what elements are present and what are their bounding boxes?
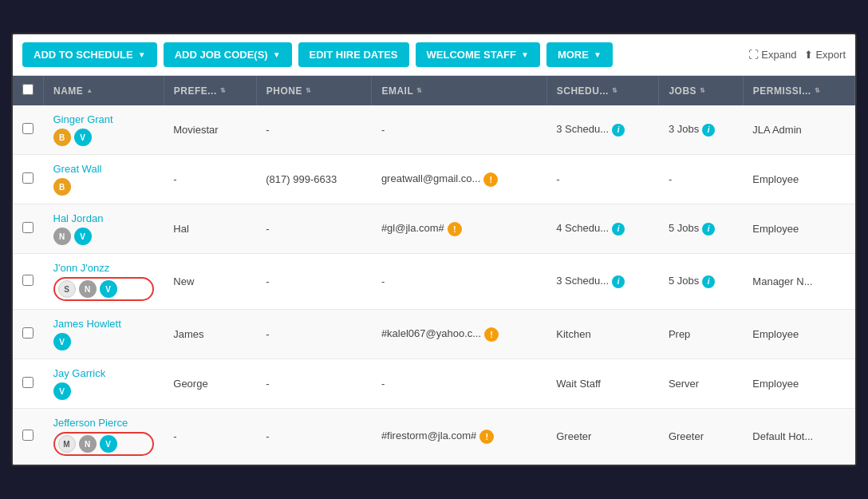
badge-v: V [53, 333, 71, 350]
select-all-checkbox[interactable] [22, 84, 34, 95]
table-row: J'onn J'onzzSNVNew--3 Schedu...i5 JobsiM… [13, 254, 855, 310]
row-checkbox[interactable] [22, 327, 34, 339]
badge-s: S [58, 280, 76, 298]
expand-button[interactable]: ⛶ Expand [748, 49, 796, 61]
row-checkbox-cell [13, 310, 44, 359]
badge-row: BV [53, 129, 155, 146]
export-icon: ⬆ [804, 49, 813, 61]
row-jobs-cell: 3 Jobsi [659, 105, 743, 155]
add-job-codes-chevron-icon: ▼ [273, 50, 281, 59]
badge-v: V [53, 382, 71, 400]
row-permission: JLA Admin [743, 105, 854, 155]
export-button[interactable]: ⬆ Export [804, 49, 846, 61]
badge-n: N [79, 435, 97, 453]
col-header-email[interactable]: EMAIL ⇅ [372, 76, 546, 105]
main-container: ADD TO SCHEDULE ▼ ADD JOB CODE(S) ▼ EDIT… [11, 33, 857, 466]
add-job-codes-button[interactable]: ADD JOB CODE(S) ▼ [164, 42, 292, 67]
jobs-sort-icon[interactable]: ⇅ [700, 88, 706, 94]
row-jobs-cell: 5 Jobsi [659, 254, 743, 310]
row-checkbox-cell [13, 105, 44, 155]
row-email-cell: - [372, 359, 546, 409]
more-button[interactable]: MORE ▼ [546, 42, 613, 67]
email-warning-icon[interactable]: ! [448, 222, 462, 236]
add-to-schedule-button[interactable]: ADD TO SCHEDULE ▼ [22, 42, 157, 67]
email-sort-icon[interactable]: ⇅ [416, 88, 423, 94]
badge-row-highlighted: MNV [53, 432, 155, 456]
row-preferred: Moviestar [164, 105, 256, 155]
more-chevron-icon: ▼ [594, 50, 602, 59]
col-header-schedule[interactable]: SCHEDU... ⇅ [546, 76, 659, 105]
staff-name-link[interactable]: James Howlett [53, 318, 155, 330]
edit-hire-dates-button[interactable]: EDIT HIRE DATES [298, 42, 409, 67]
badge-m: M [58, 435, 76, 453]
schedule-info-icon[interactable]: i [612, 124, 625, 137]
badge-row: V [53, 382, 155, 400]
row-schedule-cell: 4 Schedu...i [546, 204, 659, 254]
row-name-cell: James HowlettV [44, 310, 164, 359]
row-phone: - [256, 105, 372, 155]
row-phone: - [256, 359, 372, 409]
add-to-schedule-chevron-icon: ▼ [138, 50, 146, 59]
row-phone: (817) 999-6633 [256, 155, 372, 204]
email-warning-icon[interactable]: ! [483, 172, 498, 187]
toolbar: ADD TO SCHEDULE ▼ ADD JOB CODE(S) ▼ EDIT… [13, 34, 855, 76]
row-email-cell: #kalel067@yahoo.c...! [372, 310, 546, 359]
col-header-permission[interactable]: PERMISSI... ⇅ [743, 76, 854, 105]
row-checkbox[interactable] [22, 430, 34, 441]
jobs-info-icon[interactable]: i [702, 124, 715, 137]
welcome-staff-label: WELCOME STAFF [427, 49, 516, 61]
row-email-cell: greatwall@gmail.co...! [372, 155, 546, 204]
expand-icon: ⛶ [748, 49, 759, 61]
col-header-jobs[interactable]: JOBS ⇅ [659, 76, 743, 105]
staff-name-link[interactable]: J'onn J'onzz [53, 262, 155, 274]
row-jobs-cell: 5 Jobsi [659, 204, 743, 254]
schedule-sort-icon[interactable]: ⇅ [612, 88, 618, 94]
email-warning-icon[interactable]: ! [484, 327, 499, 342]
row-checkbox[interactable] [22, 172, 34, 184]
row-schedule-cell: Greeter [546, 409, 659, 465]
row-checkbox[interactable] [22, 377, 34, 388]
row-preferred: James [164, 310, 256, 359]
jobs-info-icon[interactable]: i [702, 275, 715, 288]
row-preferred: George [164, 359, 256, 409]
row-schedule-cell: - [546, 155, 659, 204]
phone-sort-icon[interactable]: ⇅ [306, 88, 312, 94]
row-name-cell: Hal JordanNV [44, 204, 164, 254]
staff-name-link[interactable]: Ginger Grant [53, 113, 155, 125]
jobs-info-icon[interactable]: i [702, 223, 715, 236]
welcome-staff-button[interactable]: WELCOME STAFF ▼ [416, 42, 540, 67]
badge-v: V [100, 280, 117, 298]
row-name-cell: Great WallB [44, 155, 164, 204]
row-checkbox[interactable] [22, 275, 34, 286]
col-header-name[interactable]: NAME ▲ [44, 76, 164, 105]
row-schedule-cell: 3 Schedu...i [546, 105, 659, 155]
preferred-sort-icon[interactable]: ⇅ [220, 88, 227, 94]
col-header-phone[interactable]: PHONE ⇅ [256, 76, 372, 105]
staff-name-link[interactable]: Great Wall [53, 163, 155, 175]
badge-n: N [53, 228, 71, 245]
row-jobs-cell: Greeter [659, 409, 743, 465]
row-checkbox-cell [13, 409, 44, 465]
add-job-codes-label: ADD JOB CODE(S) [175, 49, 268, 61]
email-warning-icon[interactable]: ! [479, 430, 494, 444]
name-sort-icon[interactable]: ▲ [86, 88, 93, 94]
schedule-info-icon[interactable]: i [612, 223, 625, 236]
row-permission: Employee [743, 359, 854, 409]
row-schedule-cell: Wait Staff [546, 359, 659, 409]
row-checkbox[interactable] [22, 222, 34, 233]
row-email-cell: #firestorm@jla.com#! [372, 409, 546, 465]
table-row: Great WallB-(817) 999-6633greatwall@gmai… [13, 155, 855, 204]
table-row: Ginger GrantBVMoviestar--3 Schedu...i3 J… [13, 105, 855, 155]
schedule-info-icon[interactable]: i [612, 275, 625, 288]
select-all-header[interactable] [13, 76, 44, 105]
row-checkbox[interactable] [22, 123, 34, 134]
staff-name-link[interactable]: Hal Jordan [53, 212, 155, 224]
badge-n: N [79, 280, 97, 298]
staff-name-link[interactable]: Jefferson Pierce [53, 417, 155, 429]
permission-sort-icon[interactable]: ⇅ [815, 88, 821, 94]
add-to-schedule-label: ADD TO SCHEDULE [34, 49, 133, 61]
row-checkbox-cell [13, 359, 44, 409]
staff-name-link[interactable]: Jay Garrick [53, 367, 155, 379]
badge-row: V [53, 333, 155, 350]
col-header-preferred[interactable]: PREFE... ⇅ [164, 76, 256, 105]
